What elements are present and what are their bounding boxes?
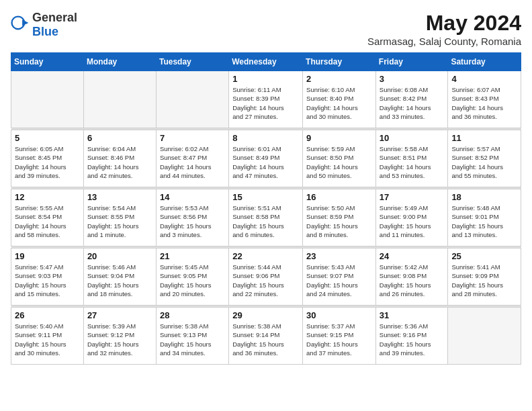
calendar-cell: 20Sunrise: 5:46 AMSunset: 9:04 PMDayligh… bbox=[83, 248, 156, 306]
day-number: 23 bbox=[306, 251, 372, 261]
day-number: 2 bbox=[306, 74, 372, 84]
day-info: Sunrise: 5:40 AMSunset: 9:11 PMDaylight:… bbox=[15, 322, 80, 357]
calendar-cell: 29Sunrise: 5:38 AMSunset: 9:14 PMDayligh… bbox=[229, 308, 303, 365]
day-info: Sunrise: 6:01 AMSunset: 8:49 PMDaylight:… bbox=[232, 144, 299, 180]
day-number: 4 bbox=[451, 74, 517, 84]
week-row: 19Sunrise: 5:47 AMSunset: 9:03 PMDayligh… bbox=[11, 248, 521, 306]
day-info: Sunrise: 5:43 AMSunset: 9:07 PMDaylight:… bbox=[306, 263, 372, 298]
day-info: Sunrise: 5:42 AMSunset: 9:08 PMDaylight:… bbox=[380, 263, 445, 298]
day-info: Sunrise: 5:59 AMSunset: 8:50 PMDaylight:… bbox=[306, 144, 372, 180]
day-info: Sunrise: 5:45 AMSunset: 9:05 PMDaylight:… bbox=[160, 263, 225, 298]
calendar-cell: 10Sunrise: 5:58 AMSunset: 8:51 PMDayligh… bbox=[375, 130, 448, 187]
day-number: 15 bbox=[232, 192, 299, 202]
day-info: Sunrise: 5:48 AMSunset: 9:01 PMDaylight:… bbox=[451, 203, 517, 239]
logo: General Blue bbox=[11, 11, 77, 39]
weekday-header: Monday bbox=[83, 53, 156, 71]
week-row: 1Sunrise: 6:11 AMSunset: 8:39 PMDaylight… bbox=[11, 71, 521, 128]
day-number: 1 bbox=[232, 74, 299, 84]
day-number: 25 bbox=[451, 251, 517, 261]
day-info: Sunrise: 5:53 AMSunset: 8:56 PMDaylight:… bbox=[160, 203, 225, 239]
weekday-header: Thursday bbox=[303, 53, 376, 71]
day-number: 17 bbox=[380, 192, 445, 202]
day-number: 30 bbox=[306, 310, 372, 320]
day-number: 27 bbox=[87, 310, 152, 320]
day-number: 28 bbox=[160, 310, 225, 320]
calendar-cell: 12Sunrise: 5:55 AMSunset: 8:54 PMDayligh… bbox=[11, 189, 84, 246]
week-row: 5Sunrise: 6:05 AMSunset: 8:45 PMDaylight… bbox=[11, 130, 521, 187]
svg-marker-1 bbox=[22, 19, 28, 26]
day-info: Sunrise: 5:57 AMSunset: 8:52 PMDaylight:… bbox=[451, 144, 517, 180]
weekday-header: Sunday bbox=[11, 53, 84, 71]
calendar-cell: 18Sunrise: 5:48 AMSunset: 9:01 PMDayligh… bbox=[448, 189, 521, 246]
day-info: Sunrise: 5:37 AMSunset: 9:15 PMDaylight:… bbox=[306, 322, 372, 357]
calendar-cell bbox=[156, 71, 228, 128]
logo-icon bbox=[11, 15, 30, 34]
calendar-cell: 14Sunrise: 5:53 AMSunset: 8:56 PMDayligh… bbox=[156, 189, 228, 246]
day-info: Sunrise: 6:07 AMSunset: 8:43 PMDaylight:… bbox=[451, 85, 517, 121]
calendar-cell bbox=[448, 308, 521, 365]
calendar-cell: 31Sunrise: 5:36 AMSunset: 9:16 PMDayligh… bbox=[375, 308, 448, 365]
day-number: 31 bbox=[380, 310, 445, 320]
weekday-header-row: SundayMondayTuesdayWednesdayThursdayFrid… bbox=[11, 53, 521, 71]
calendar-cell bbox=[83, 71, 156, 128]
day-info: Sunrise: 5:46 AMSunset: 9:04 PMDaylight:… bbox=[87, 263, 152, 298]
calendar-cell: 8Sunrise: 6:01 AMSunset: 8:49 PMDaylight… bbox=[229, 130, 303, 187]
day-number: 13 bbox=[87, 192, 152, 202]
day-info: Sunrise: 6:08 AMSunset: 8:42 PMDaylight:… bbox=[380, 85, 445, 121]
day-info: Sunrise: 5:50 AMSunset: 8:59 PMDaylight:… bbox=[306, 203, 372, 239]
logo-blue: Blue bbox=[32, 25, 58, 38]
day-number: 8 bbox=[232, 133, 299, 143]
day-info: Sunrise: 6:04 AMSunset: 8:46 PMDaylight:… bbox=[87, 144, 152, 180]
day-info: Sunrise: 5:36 AMSunset: 9:16 PMDaylight:… bbox=[380, 322, 445, 357]
day-info: Sunrise: 5:39 AMSunset: 9:12 PMDaylight:… bbox=[87, 322, 152, 357]
day-info: Sunrise: 5:55 AMSunset: 8:54 PMDaylight:… bbox=[15, 203, 80, 239]
day-number: 7 bbox=[160, 133, 225, 143]
calendar-table: SundayMondayTuesdayWednesdayThursdayFrid… bbox=[11, 52, 521, 365]
day-number: 9 bbox=[306, 133, 372, 143]
calendar-cell: 15Sunrise: 5:51 AMSunset: 8:58 PMDayligh… bbox=[229, 189, 303, 246]
logo-text: General Blue bbox=[32, 11, 77, 39]
weekday-header: Wednesday bbox=[229, 53, 303, 71]
day-info: Sunrise: 5:38 AMSunset: 9:13 PMDaylight:… bbox=[160, 322, 225, 357]
calendar-cell: 24Sunrise: 5:42 AMSunset: 9:08 PMDayligh… bbox=[375, 248, 448, 306]
day-number: 26 bbox=[15, 310, 80, 320]
calendar-cell: 6Sunrise: 6:04 AMSunset: 8:46 PMDaylight… bbox=[83, 130, 156, 187]
day-number: 29 bbox=[232, 310, 299, 320]
logo-general: General bbox=[32, 11, 77, 24]
calendar-cell: 5Sunrise: 6:05 AMSunset: 8:45 PMDaylight… bbox=[11, 130, 84, 187]
day-number: 18 bbox=[451, 192, 517, 202]
calendar-cell: 23Sunrise: 5:43 AMSunset: 9:07 PMDayligh… bbox=[303, 248, 376, 306]
month-year: May 2024 bbox=[367, 11, 521, 36]
day-info: Sunrise: 5:47 AMSunset: 9:03 PMDaylight:… bbox=[15, 263, 80, 298]
day-number: 20 bbox=[87, 251, 152, 261]
day-number: 10 bbox=[380, 133, 445, 143]
calendar-cell: 17Sunrise: 5:49 AMSunset: 9:00 PMDayligh… bbox=[375, 189, 448, 246]
title-block: May 2024 Sarmasag, Salaj County, Romania bbox=[367, 11, 521, 47]
calendar-cell: 28Sunrise: 5:38 AMSunset: 9:13 PMDayligh… bbox=[156, 308, 228, 365]
day-number: 16 bbox=[306, 192, 372, 202]
day-info: Sunrise: 5:38 AMSunset: 9:14 PMDaylight:… bbox=[232, 322, 299, 357]
day-number: 3 bbox=[380, 74, 445, 84]
page-header: General Blue May 2024 Sarmasag, Salaj Co… bbox=[11, 11, 521, 47]
calendar-cell: 3Sunrise: 6:08 AMSunset: 8:42 PMDaylight… bbox=[375, 71, 448, 128]
day-number: 6 bbox=[87, 133, 152, 143]
day-number: 5 bbox=[15, 133, 80, 143]
calendar-cell: 4Sunrise: 6:07 AMSunset: 8:43 PMDaylight… bbox=[448, 71, 521, 128]
day-info: Sunrise: 6:05 AMSunset: 8:45 PMDaylight:… bbox=[15, 144, 80, 180]
weekday-header: Friday bbox=[375, 53, 448, 71]
calendar-cell: 13Sunrise: 5:54 AMSunset: 8:55 PMDayligh… bbox=[83, 189, 156, 246]
day-number: 12 bbox=[15, 192, 80, 202]
day-info: Sunrise: 5:54 AMSunset: 8:55 PMDaylight:… bbox=[87, 203, 152, 239]
calendar-cell: 26Sunrise: 5:40 AMSunset: 9:11 PMDayligh… bbox=[11, 308, 84, 365]
calendar-cell: 7Sunrise: 6:02 AMSunset: 8:47 PMDaylight… bbox=[156, 130, 228, 187]
calendar-cell: 21Sunrise: 5:45 AMSunset: 9:05 PMDayligh… bbox=[156, 248, 228, 306]
day-number: 22 bbox=[232, 251, 299, 261]
calendar-cell: 11Sunrise: 5:57 AMSunset: 8:52 PMDayligh… bbox=[448, 130, 521, 187]
day-info: Sunrise: 5:49 AMSunset: 9:00 PMDaylight:… bbox=[380, 203, 445, 239]
calendar-cell bbox=[11, 71, 84, 128]
day-number: 14 bbox=[160, 192, 225, 202]
week-row: 12Sunrise: 5:55 AMSunset: 8:54 PMDayligh… bbox=[11, 189, 521, 246]
day-info: Sunrise: 5:44 AMSunset: 9:06 PMDaylight:… bbox=[232, 263, 299, 298]
day-info: Sunrise: 6:10 AMSunset: 8:40 PMDaylight:… bbox=[306, 85, 372, 121]
weekday-header: Tuesday bbox=[156, 53, 228, 71]
